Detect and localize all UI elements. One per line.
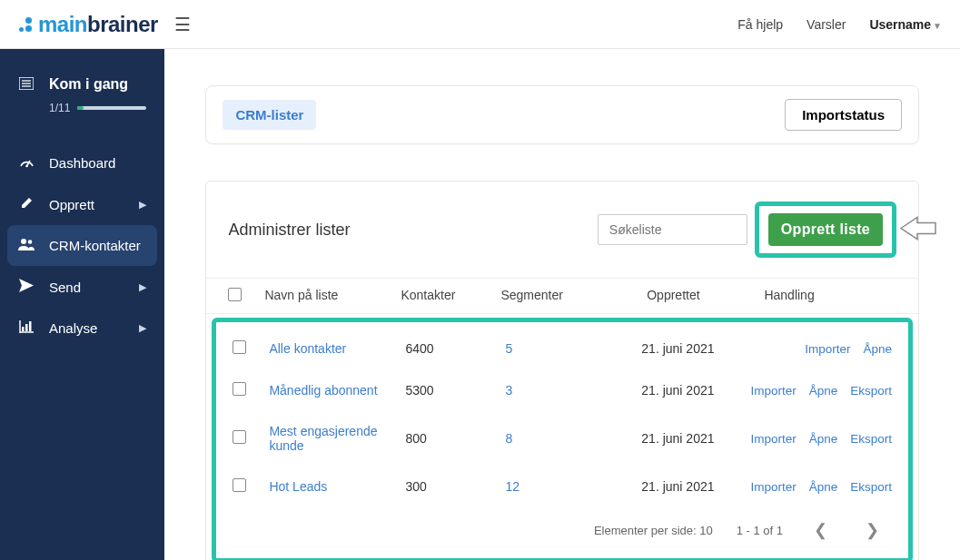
pagination: Elementer per side: 10 1 - 1 of 1 ❮ ❯ — [216, 507, 908, 558]
pencil-icon — [18, 196, 35, 212]
logo-brain-text: brainer — [87, 12, 158, 36]
crm-lists-card: CRM-lister Importstatus — [205, 85, 919, 144]
svg-marker-13 — [901, 218, 935, 240]
user-menu[interactable]: Username▼ — [869, 17, 942, 32]
segments-link[interactable]: 8 — [505, 431, 512, 446]
next-page-button[interactable]: ❯ — [858, 516, 886, 544]
topbar: mainbrainer ☰ Få hjelp Varsler Username▼ — [0, 0, 960, 49]
nav-item-send[interactable]: Send▶ — [0, 266, 164, 308]
users-icon — [18, 238, 35, 253]
list-name-link[interactable]: Mest engasjerende kunde — [269, 424, 405, 453]
created-date: 21. juni 2021 — [605, 431, 750, 446]
col-name: Navn på liste — [264, 288, 401, 304]
action-importer[interactable]: Importer — [805, 342, 850, 356]
nav-item-dashboard[interactable]: Dashboard — [0, 142, 164, 183]
per-page-label: Elementer per side: 10 — [594, 524, 713, 537]
nav-label: Dashboard — [49, 155, 115, 171]
row-actions: ImporterÅpneEksport — [750, 384, 892, 398]
row-checkbox[interactable] — [233, 478, 246, 492]
alerts-link[interactable]: Varsler — [807, 17, 846, 32]
action-eksport[interactable]: Eksport — [850, 480, 892, 494]
row-checkbox[interactable] — [233, 340, 246, 354]
svg-point-6 — [21, 239, 26, 244]
logo-main-text: main — [38, 12, 87, 36]
nav-label: Send — [49, 280, 81, 295]
contacts-value: 5300 — [405, 383, 505, 398]
list-name-link[interactable]: Alle kontakter — [269, 341, 405, 356]
table-row: Hot Leads3001221. juni 2021ImporterÅpneE… — [216, 466, 908, 507]
action-importer[interactable]: Importer — [750, 384, 796, 398]
create-list-button[interactable]: Opprett liste — [768, 213, 883, 246]
caret-down-icon: ▼ — [933, 21, 942, 31]
row-actions: ImporterÅpne — [750, 342, 892, 356]
select-all-checkbox[interactable] — [228, 288, 242, 301]
row-actions: ImporterÅpneEksport — [750, 432, 892, 446]
table-row: Alle kontakter6400521. juni 2021Importer… — [216, 328, 908, 369]
segments-link[interactable]: 5 — [505, 341, 512, 356]
list-name-link[interactable]: Hot Leads — [269, 479, 405, 494]
action-importer[interactable]: Importer — [750, 480, 796, 494]
created-date: 21. juni 2021 — [605, 341, 750, 356]
page-range-label: 1 - 1 of 1 — [737, 524, 783, 537]
row-checkbox[interactable] — [233, 430, 246, 444]
action-åpne[interactable]: Åpne — [809, 384, 838, 398]
prev-page-button[interactable]: ❮ — [807, 516, 835, 544]
list-icon — [18, 77, 35, 93]
logo-dots-icon — [18, 16, 33, 33]
hamburger-menu-icon[interactable]: ☰ — [174, 14, 191, 35]
created-date: 21. juni 2021 — [605, 479, 750, 494]
kom-progress-bar — [77, 106, 146, 110]
nav-label: CRM-kontakter — [49, 238, 141, 253]
nav-item-crm-kontakter[interactable]: CRM-kontakter — [7, 225, 157, 266]
svg-rect-11 — [25, 324, 28, 331]
create-list-highlight: Opprett liste — [755, 201, 896, 258]
action-åpne[interactable]: Åpne — [863, 342, 892, 356]
col-contacts: Kontakter — [401, 288, 500, 304]
action-eksport[interactable]: Eksport — [850, 384, 892, 398]
col-created: Opprettet — [600, 288, 746, 304]
segments-link[interactable]: 3 — [505, 383, 512, 398]
manage-lists-card: Administrer lister Opprett liste — [205, 181, 919, 560]
manage-lists-title: Administrer lister — [228, 221, 350, 240]
row-actions: ImporterÅpneEksport — [750, 480, 892, 494]
kom-title-label: Kom i gang — [49, 76, 128, 93]
contacts-value: 800 — [405, 431, 505, 446]
arrow-callout-icon — [899, 215, 937, 245]
table-row: Mest engasjerende kunde800821. juni 2021… — [216, 411, 908, 466]
sidebar-kom-i-gang[interactable]: Kom i gang 1/11 — [0, 76, 164, 133]
crm-lists-pill[interactable]: CRM-lister — [223, 100, 316, 130]
logo[interactable]: mainbrainer — [18, 12, 158, 37]
import-status-button[interactable]: Importstatus — [785, 99, 902, 131]
topbar-left: mainbrainer ☰ — [18, 12, 191, 37]
search-list-input[interactable] — [598, 214, 747, 245]
nav-item-opprett[interactable]: Opprett▶ — [0, 183, 164, 225]
col-action: Handling — [746, 288, 896, 304]
chevron-right-icon: ▶ — [139, 281, 146, 293]
contacts-value: 300 — [405, 479, 505, 494]
action-åpne[interactable]: Åpne — [809, 432, 838, 446]
action-eksport[interactable]: Eksport — [850, 432, 892, 446]
sidebar: Kom i gang 1/11 DashboardOpprett▶CRM-kon… — [0, 49, 164, 560]
nav-label: Analyse — [49, 320, 97, 336]
username-label: Username — [869, 17, 931, 32]
chart-icon — [18, 320, 35, 336]
kom-progress-count: 1/11 — [49, 102, 70, 114]
list-name-link[interactable]: Månedlig abonnent — [269, 383, 405, 398]
nav-label: Opprett — [49, 197, 94, 212]
main-content: CRM-lister Importstatus Administrer list… — [164, 49, 960, 560]
row-checkbox[interactable] — [233, 382, 246, 396]
segments-link[interactable]: 12 — [505, 479, 520, 494]
paperplane-icon — [18, 279, 35, 295]
table-rows-highlight: Alle kontakter6400521. juni 2021Importer… — [212, 318, 913, 560]
svg-rect-10 — [22, 327, 25, 331]
col-segments: Segmenter — [500, 288, 600, 304]
help-link[interactable]: Få hjelp — [737, 17, 783, 32]
svg-point-5 — [25, 165, 28, 168]
action-åpne[interactable]: Åpne — [809, 480, 838, 494]
table-header-row: Navn på liste Kontakter Segmenter Oppret… — [206, 278, 918, 314]
contacts-value: 6400 — [405, 341, 505, 356]
nav-item-analyse[interactable]: Analyse▶ — [0, 308, 164, 349]
action-importer[interactable]: Importer — [750, 432, 796, 446]
topbar-right: Få hjelp Varsler Username▼ — [737, 17, 942, 32]
chevron-right-icon: ▶ — [139, 199, 146, 211]
